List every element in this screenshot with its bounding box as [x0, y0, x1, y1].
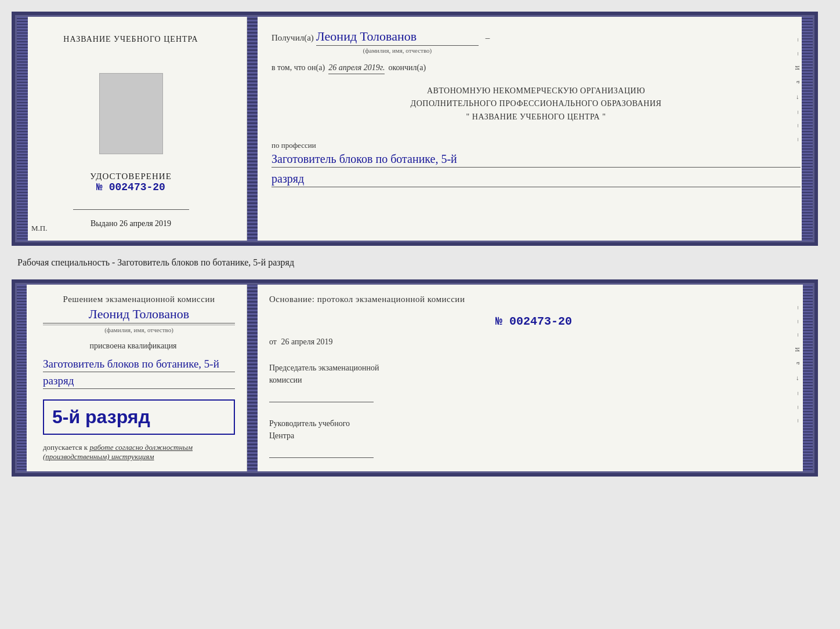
specialty-text: Рабочая специальность - Заготовитель бло… [12, 255, 828, 270]
ot-date-line: от 26 апреля 2019 [269, 337, 798, 347]
doc2-fio-label: (фамилия, имя, отчество) [43, 325, 235, 333]
vtom-date: 26 апреля 2019г. [328, 63, 385, 74]
side-mark-d2-5: а [794, 362, 801, 365]
side-mark-7: – [794, 124, 801, 128]
page-wrapper: НАЗВАНИЕ УЧЕБНОГО ЦЕНТРА УДОСТОВЕРЕНИЕ №… [12, 12, 828, 477]
po-professii-label: по профессии [271, 141, 801, 150]
side-mark-d2-6: ← [794, 375, 801, 381]
poluchil-line: Получил(а) Леонид Толованов (фамилия, им… [271, 29, 801, 54]
side-mark-d2-8: – [794, 406, 801, 409]
po-professii-block: по профессии Заготовитель блоков по бота… [271, 135, 801, 187]
udost-block: УДОСТОВЕРЕНИЕ № 002473-20 [90, 172, 172, 193]
predsedatel-line1: Председатель экзаменационной [269, 362, 798, 374]
grade-number: 5-й разряд [52, 406, 226, 428]
vtom-prefix: в том, что он(а) [271, 63, 325, 72]
org-line3: " НАЗВАНИЕ УЧЕБНОГО ЦЕНТРА " [271, 111, 801, 123]
udost-title: УДОСТОВЕРЕНИЕ [90, 172, 172, 181]
document-2: Решением экзаменационной комиссии Леонид… [12, 279, 818, 477]
rukovoditel-line1: Руководитель учебного [269, 417, 798, 430]
side-mark-d2-1: – [794, 306, 801, 310]
poluchil-dash: – [486, 33, 490, 43]
side-marks-doc1: – – И а ← – – – [794, 38, 801, 141]
side-mark-d2-3: – [794, 333, 801, 337]
vydano-label: Выдано [90, 219, 118, 228]
predsedatel-line2: комиссии [269, 374, 798, 386]
side-mark-1: – [794, 38, 801, 42]
side-mark-6: – [794, 111, 801, 114]
side-mark-d2-2: – [794, 320, 801, 323]
udost-number: № 002473-20 [90, 181, 172, 193]
rukovoditel-block: Руководитель учебного Центра [269, 417, 798, 458]
dopuskaetsya-block: допускается к работе согласно должностны… [43, 443, 235, 461]
vydano-date: 26 апреля 2019 [120, 219, 171, 228]
poluchil-name: Леонид Толованов [316, 29, 479, 46]
prisvoena-text: присвоена квалификация [31, 341, 235, 351]
razryad-line: разряд [271, 172, 801, 187]
side-mark-5: ← [794, 94, 801, 100]
divider-line [73, 209, 189, 210]
rukovoditel-sign-line [269, 446, 374, 458]
mp-text: М.П. [31, 224, 47, 233]
org-line1: АВТОНОМНУЮ НЕКОММЕРЧЕСКУЮ ОРГАНИЗАЦИЮ [271, 85, 801, 97]
doc2-razryad: разряд [43, 375, 235, 389]
kvalif-name: Заготовитель блоков по ботанике, 5-й [43, 358, 235, 372]
osnovanie-text: Основание: протокол экзаменационной коми… [269, 294, 798, 304]
profession-name: Заготовитель блоков по ботанике, 5-й [271, 152, 801, 168]
proto-number: № 002473-20 [269, 315, 798, 328]
side-mark-3: И [794, 66, 801, 70]
doc1-right-page: Получил(а) Леонид Толованов (фамилия, им… [258, 15, 814, 242]
org-line2: ДОПОЛНИТЕЛЬНОГО ПРОФЕССИОНАЛЬНОГО ОБРАЗО… [271, 97, 801, 110]
fio-label-1: (фамилия, имя, отчество) [316, 47, 479, 54]
ot-prefix: от [269, 337, 277, 346]
ot-date: 26 апреля 2019 [281, 337, 332, 346]
side-mark-d2-9: – [794, 419, 801, 423]
doc2-spine [247, 283, 258, 473]
okonchill: окончил(а) [388, 63, 426, 72]
side-marks-doc2: – – – И а ← – – – [794, 306, 801, 423]
side-mark-8: – [794, 138, 801, 141]
side-mark-4: а [794, 81, 801, 83]
dopuskaetsya-label: допускается к [43, 443, 88, 452]
vydano-line: Выдано 26 апреля 2019 [90, 219, 171, 228]
doc2-right-page: Основание: протокол экзаменационной коми… [258, 283, 814, 473]
doc1-left-page: НАЗВАНИЕ УЧЕБНОГО ЦЕНТРА УДОСТОВЕРЕНИЕ №… [15, 15, 247, 242]
doc1-spine [247, 15, 258, 242]
grade-box: 5-й разряд [43, 399, 235, 435]
document-1: НАЗВАНИЕ УЧЕБНОГО ЦЕНТРА УДОСТОВЕРЕНИЕ №… [12, 12, 818, 246]
org-block: АВТОНОМНУЮ НЕКОММЕРЧЕСКУЮ ОРГАНИЗАЦИЮ ДО… [271, 85, 801, 123]
doc1-center-title: НАЗВАНИЕ УЧЕБНОГО ЦЕНТРА [63, 35, 198, 44]
doc2-left-page: Решением экзаменационной комиссии Леонид… [15, 283, 247, 473]
doc2-name: Леонид Толованов [43, 307, 235, 323]
photo-placeholder [99, 73, 163, 154]
resheniem-text: Решением экзаменационной комиссии [43, 294, 235, 304]
predsedatel-sign-line [269, 391, 374, 402]
side-mark-d2-7: – [794, 392, 801, 395]
side-mark-2: – [794, 52, 801, 56]
predsedatel-block: Председатель экзаменационной комиссии [269, 362, 798, 402]
side-mark-d2-4: И [794, 347, 801, 352]
vtom-line: в том, что он(а) 26 апреля 2019г. окончи… [271, 63, 801, 74]
poluchil-label: Получил(а) [271, 33, 314, 43]
rukovoditel-line2: Центра [269, 430, 798, 442]
